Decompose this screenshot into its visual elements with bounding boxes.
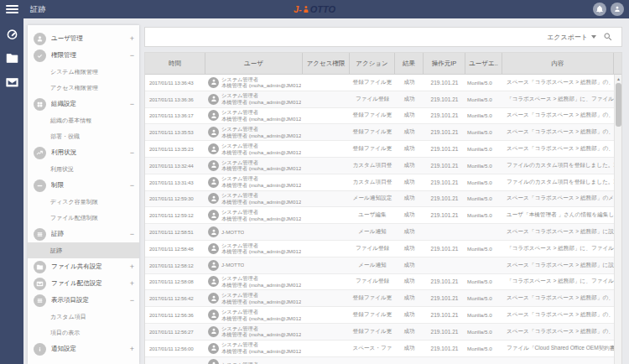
jmotto-logo: J- OTTO <box>294 0 335 18</box>
cell-result: 成功 <box>395 108 424 124</box>
sidebar-subitem[interactable]: アクセス権限管理 <box>28 80 139 96</box>
info-icon <box>34 343 46 356</box>
table-row[interactable]: 2017/01/11 13:35:53 システム管理者本橋管理者 (moha_a… <box>145 124 621 141</box>
expand-toggle[interactable]: + <box>126 345 134 353</box>
table-toolbar: エクスポート <box>144 27 622 47</box>
cell-result: 成功 <box>395 124 424 140</box>
cell-action: メール通知設定 <box>350 191 395 207</box>
table-row[interactable]: 2017/01/11 12:59:12 システム管理者本橋管理者 (moha_a… <box>145 207 621 224</box>
user-avatar-icon <box>208 77 219 88</box>
table-row[interactable]: 2017/01/11 13:36:17 システム管理者本橋管理者 (moha_a… <box>145 108 621 125</box>
search-icon[interactable] <box>603 32 613 42</box>
table-row[interactable]: 2017/01/11 12:56:00 システム管理者本橋管理者 (moha_a… <box>145 341 621 357</box>
cell-user: システム管理者本橋管理者 (moha_admin@JM012 <box>205 174 303 190</box>
column-header[interactable]: アクション <box>350 53 395 74</box>
expand-toggle[interactable]: − <box>126 100 134 108</box>
sidebar-subitem[interactable]: カスタム項目 <box>28 309 139 325</box>
table-row[interactable]: 2017/01/11 13:35:23 システム管理者本橋管理者 (moha_a… <box>145 141 621 158</box>
scroll-up-icon[interactable]: ▲ <box>615 75 621 82</box>
sidebar-item[interactable]: ファイル共有設定 + <box>28 258 139 275</box>
account-user-icon[interactable] <box>611 3 624 16</box>
column-header[interactable]: ユーザエ.. <box>465 53 502 74</box>
cell-content: ユーザ「本橋管理者 」さんの情報を編集しました。[ <box>502 207 614 223</box>
cell-time: 2017/01/11 13:35:53 <box>145 124 205 140</box>
sidebar-item[interactable]: 表示項目設定 − <box>28 292 139 309</box>
sidebar-item[interactable]: ユーザ管理 + <box>28 30 139 47</box>
cell-content: スペース「コラボスペース > 総務部」の、ファイル「 <box>502 108 614 124</box>
table-row[interactable]: 2017/01/11 12:58:51 J-MOTTO メール通知 成功 スペー… <box>145 224 621 241</box>
sidebar-item-label: 制限 <box>51 181 126 190</box>
export-button[interactable]: エクスポート <box>547 33 596 42</box>
scrollbar-thumb[interactable] <box>616 83 621 127</box>
sidebar-item[interactable]: ファイル配信設定 + <box>28 275 139 292</box>
expand-toggle[interactable]: − <box>126 148 134 157</box>
sidebar-item[interactable]: 通知設定 + <box>28 341 139 357</box>
cell-content: ファイルのカスタム項目を登録しました。項目名: sy <box>502 158 614 174</box>
column-header[interactable]: ユーザ <box>205 53 303 74</box>
expand-toggle[interactable]: − <box>126 296 134 304</box>
cell-content: スペース「コラボスペース > 総務部」に設定したメー <box>502 224 614 240</box>
org-icon <box>34 98 46 111</box>
column-header[interactable]: 時間 <box>145 53 205 74</box>
expand-toggle[interactable]: + <box>126 34 134 43</box>
chart-icon <box>34 147 46 159</box>
table-row[interactable]: 2017/01/11 12:59:30 システム管理者本橋管理者 (moha_a… <box>145 191 621 208</box>
column-header[interactable]: 内容 <box>502 53 614 74</box>
sidebar-item[interactable]: 制限 − <box>28 177 139 194</box>
user-name: システム管理者 <box>221 275 301 282</box>
expand-toggle[interactable]: + <box>126 263 134 271</box>
sidebar-item[interactable]: 権限管理 − <box>28 47 139 64</box>
table-row[interactable]: 2017/01/11 12:56:42 システム管理者本橋管理者 (moha_a… <box>145 290 621 307</box>
table-row[interactable]: 2017/01/11 12:56:27 システム管理者本橋管理者 (moha_a… <box>145 324 621 341</box>
table-row[interactable]: 2017/01/11 12:58:48 システム管理者本橋管理者 (moha_a… <box>145 241 621 257</box>
mail-icon[interactable] <box>5 75 19 90</box>
sidebar-subitem[interactable]: 項目の表示 <box>28 325 139 341</box>
sidebar-item[interactable]: 証跡 − <box>28 226 139 242</box>
table-row[interactable]: 2017/01/11 13:31:43 システム管理者本橋管理者 (moha_a… <box>145 174 621 191</box>
sidebar-subitem[interactable]: 利用状況 <box>28 161 139 177</box>
sidebar-subitem[interactable]: システム権限管理 <box>28 64 139 80</box>
table-row[interactable]: 2017/01/11 13:32:44 システム管理者本橋管理者 (moha_a… <box>145 158 621 174</box>
notifications-bell-icon[interactable] <box>593 3 606 16</box>
table-row[interactable]: システム管理者 <box>145 357 621 364</box>
sidebar-item[interactable]: 利用状況 − <box>28 144 139 161</box>
column-header[interactable]: アクセス権限 <box>303 53 350 74</box>
sidebar-subitem[interactable]: 組織の基本情報 <box>28 112 139 128</box>
table-row[interactable]: 2017/01/11 12:58:08 システム管理者本橋管理者 (moha_a… <box>145 274 621 291</box>
table-row[interactable]: 2017/01/11 13:36:36 システム管理者本橋管理者 (moha_a… <box>145 91 621 108</box>
cell-action: カスタム項目登 <box>350 174 395 190</box>
sidebar-subitem[interactable]: 証跡 <box>28 242 139 258</box>
expand-toggle[interactable]: − <box>126 230 134 238</box>
sidebar-subitem[interactable]: ファイル配信制限 <box>28 210 139 226</box>
gauge-icon[interactable] <box>5 27 19 41</box>
column-header[interactable]: 操作元IP <box>424 53 465 74</box>
logo-suffix: OTTO <box>310 4 335 14</box>
cell-content: スペース「コラボスペース > 総務部」の、ファイル「 <box>502 324 614 340</box>
cell-access <box>303 274 350 290</box>
sidebar-subitem[interactable]: ディスク容量制限 <box>28 194 139 210</box>
column-header[interactable]: 結果 <box>395 53 424 74</box>
cell-ip: 219.101.21 <box>424 324 465 340</box>
vertical-scrollbar[interactable]: ▲ <box>614 75 621 364</box>
table-row[interactable]: 2017/01/11 12:58:12 J-MOTTO メール通知 成功 スペー… <box>145 257 621 274</box>
cell-ip: 219.101.21 <box>424 241 465 257</box>
sidebar-subitem[interactable]: 部署・役職 <box>28 128 139 144</box>
cell-time: 2017/01/11 12:56:27 <box>145 324 205 340</box>
cell-user: システム管理者本橋管理者 (moha_admin@JM012 <box>205 124 303 140</box>
expand-toggle[interactable]: − <box>126 181 134 190</box>
hamburger-menu-icon[interactable] <box>0 0 23 18</box>
sidebar-item-label: ユーザ管理 <box>51 34 126 43</box>
cell-result: 成功 <box>395 290 424 306</box>
table-row[interactable]: 2017/01/11 12:56:36 システム管理者本橋管理者 (moha_a… <box>145 307 621 324</box>
expand-toggle[interactable]: + <box>126 279 134 288</box>
cell-content: スペース「コラボスペース > 総務部」の、ファイル「 <box>502 75 614 91</box>
folder-icon[interactable] <box>5 51 19 65</box>
cell-action: ユーザ編集 <box>350 207 395 223</box>
cell-user: システム管理者本橋管理者 (moha_admin@JM012 <box>205 290 303 306</box>
cell-content: スペース「コラボスペース > 総務部」の、ファイル「 <box>502 124 614 140</box>
table-row[interactable]: 2017/01/11 13:36:43 システム管理者本橋管理者 (moha_a… <box>145 75 621 91</box>
expand-toggle[interactable]: − <box>126 51 134 60</box>
sidebar-item[interactable]: 組織設定 − <box>28 96 139 112</box>
icon-rail <box>0 18 23 364</box>
cell-time: 2017/01/11 12:56:36 <box>145 307 205 323</box>
